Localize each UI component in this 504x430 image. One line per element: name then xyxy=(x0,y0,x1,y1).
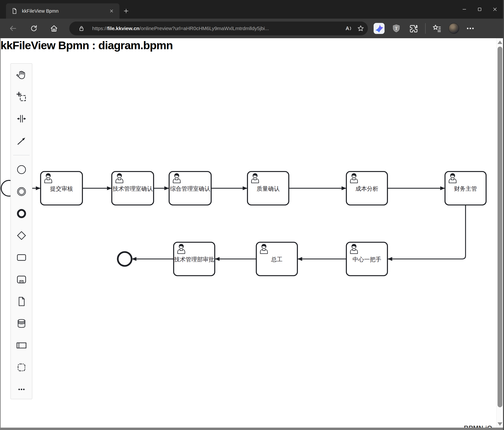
bpmn-user-task[interactable]: 财务主管 xyxy=(445,171,486,205)
window-minimize-button[interactable] xyxy=(457,0,472,19)
page-content: kkFileView Bpmn : diagram.bpmn 提交审核技术管理室… xyxy=(0,38,504,430)
profile-avatar[interactable] xyxy=(449,23,459,34)
end-event[interactable] xyxy=(118,252,132,266)
extensions-puzzle-icon[interactable] xyxy=(407,22,419,34)
svg-text:A: A xyxy=(346,26,349,31)
url-path: /onlinePreview?url=aHR0cHM6Ly9maWxlLmtrd… xyxy=(139,26,269,31)
collections-icon[interactable] xyxy=(431,22,443,34)
favorite-star-icon[interactable] xyxy=(355,23,366,34)
palette-create-participant-icon[interactable]: .f{fill:#1f2126;stroke:none} xyxy=(11,334,32,356)
palette-lasso-tool-icon[interactable]: .f{fill:#1f2126;stroke:none} xyxy=(11,86,32,108)
task-label: 综合管理室确认 xyxy=(170,185,210,192)
read-aloud-icon[interactable]: A xyxy=(343,23,353,34)
tab-title: kkFileView Bpmn xyxy=(22,8,108,14)
scroll-down-arrow-icon[interactable] xyxy=(497,422,502,426)
bpmn-user-task[interactable]: 提交审核 xyxy=(41,171,82,205)
home-icon[interactable] xyxy=(47,22,61,35)
bpmn-user-task[interactable]: 质量确认 xyxy=(247,171,289,205)
bpmn-canvas[interactable]: 提交审核技术管理室确认综合管理室确认质量确认成本分析财务主管技术管理部审批总工中… xyxy=(0,38,504,430)
thunder-extension-icon[interactable] xyxy=(373,22,385,34)
task-label: 中心一把手 xyxy=(352,256,381,262)
browser-titlebar: kkFileView Bpmn xyxy=(0,0,504,19)
task-label: 总工 xyxy=(271,256,283,262)
address-bar[interactable]: https://file.kkview.cn/onlinePreview?url… xyxy=(69,21,368,35)
url-text: https://file.kkview.cn/onlinePreview?url… xyxy=(92,26,343,31)
task-label: 成本分析 xyxy=(355,185,378,192)
window-right-border xyxy=(503,0,504,430)
scroll-up-arrow-icon[interactable] xyxy=(497,41,502,44)
bpmn-user-task[interactable]: 技术管理室确认 xyxy=(112,171,153,205)
page-title: kkFileView Bpmn : diagram.bpmn xyxy=(0,39,173,52)
bpmn-palette: .f{fill:#1f2126;stroke:none}.f{fill:#1f2… xyxy=(10,63,32,399)
bpmn-user-task[interactable]: 综合管理室确认 xyxy=(169,171,211,205)
vertical-scrollbar[interactable] xyxy=(496,38,503,428)
url-scheme: https:// xyxy=(92,26,107,31)
bpmn-user-task[interactable]: 总工 xyxy=(256,242,297,276)
lock-icon xyxy=(78,25,85,32)
window-controls xyxy=(457,0,503,19)
url-domain: file.kkview.cn xyxy=(107,26,139,31)
window-left-border xyxy=(0,38,1,430)
sequence-flow[interactable] xyxy=(387,205,466,259)
browser-tab[interactable]: kkFileView Bpmn xyxy=(6,3,119,19)
task-label: 质量确认 xyxy=(257,185,280,192)
palette-global-connect-tool-icon[interactable]: .f{fill:#1f2126;stroke:none} xyxy=(11,130,32,152)
window-close-button[interactable] xyxy=(487,0,503,19)
palette-create-data-store-icon[interactable]: .f{fill:#1f2126;stroke:none} xyxy=(11,313,32,334)
back-icon[interactable] xyxy=(6,22,20,35)
palette-create-end-event-icon[interactable]: .f{fill:#1f2126;stroke:none} xyxy=(11,203,32,224)
palette-space-tool-icon[interactable]: .f{fill:#1f2126;stroke:none} xyxy=(11,108,32,130)
palette-hand-tool-icon[interactable]: .f{fill:#1f2126;stroke:none} xyxy=(11,64,32,86)
tampermonkey-extension-icon[interactable]: T xyxy=(390,22,402,34)
palette-create-gateway-icon[interactable]: .f{fill:#1f2126;stroke:none} xyxy=(11,224,32,247)
browser-window: { "browser": { "tab_title": "kkFileView … xyxy=(0,0,504,430)
browser-toolbar: https://file.kkview.cn/onlinePreview?url… xyxy=(0,19,504,38)
palette-create-data-object-icon[interactable]: .f{fill:#1f2126;stroke:none} xyxy=(11,290,32,313)
task-label: 提交审核 xyxy=(50,185,73,192)
task-label: 技术管理室确认 xyxy=(113,185,153,192)
palette-create-task-icon[interactable]: .f{fill:#1f2126;stroke:none} xyxy=(11,247,32,269)
new-tab-button[interactable] xyxy=(121,6,131,16)
tab-close-icon[interactable] xyxy=(108,7,116,15)
bpmn-user-task[interactable]: 中心一把手 xyxy=(346,242,387,276)
refresh-icon[interactable] xyxy=(27,22,41,35)
palette-create-group-icon[interactable]: .f{fill:#1f2126;stroke:none} xyxy=(11,356,32,378)
window-bottom-border xyxy=(0,428,504,430)
palette-create-intermediate-event-icon[interactable]: .f{fill:#1f2126;stroke:none} xyxy=(11,181,32,203)
window-maximize-button[interactable] xyxy=(472,0,487,19)
palette-create-start-event-icon[interactable]: .f{fill:#1f2126;stroke:none} xyxy=(11,159,32,181)
task-label: 财务主管 xyxy=(454,185,477,192)
scrollbar-thumb[interactable] xyxy=(497,47,502,407)
more-menu-icon[interactable] xyxy=(464,22,476,34)
page-favicon-icon xyxy=(11,7,18,15)
svg-text:T: T xyxy=(395,26,398,31)
palette-separator xyxy=(13,155,30,155)
task-label: 技术管理部审批 xyxy=(174,256,214,262)
palette-create-subprocess-icon[interactable]: .f{fill:#1f2126;stroke:none} xyxy=(11,269,32,290)
toolbar-divider xyxy=(425,23,426,34)
bpmn-user-task[interactable]: 技术管理部审批 xyxy=(174,242,215,276)
bpmn-user-task[interactable]: 成本分析 xyxy=(346,171,387,205)
palette-more-tools-icon[interactable]: .f{fill:#1f2126;stroke:none} xyxy=(11,378,32,400)
